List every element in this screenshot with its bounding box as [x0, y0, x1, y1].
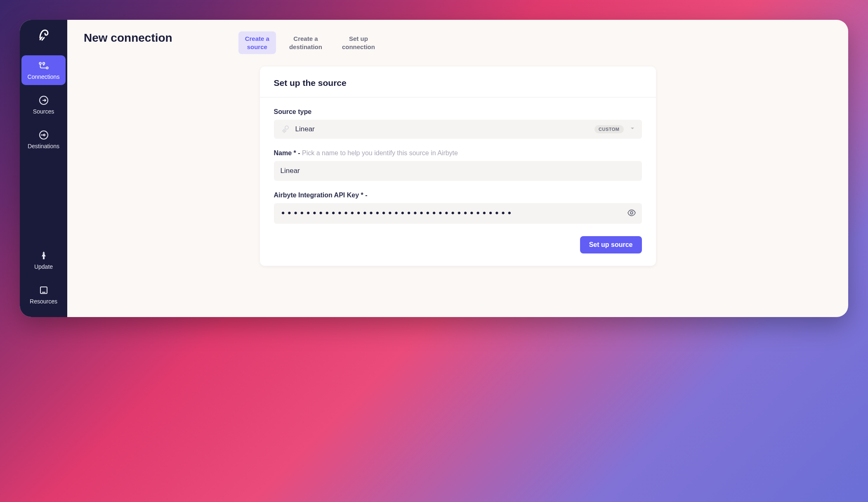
svg-point-0 [39, 62, 41, 64]
source-type-label: Source type [274, 108, 642, 116]
custom-badge: CUSTOM [594, 125, 623, 133]
setup-card: Set up the source Source type Linear CUS… [260, 66, 656, 266]
linear-icon [281, 125, 290, 134]
api-key-input[interactable]: ••••••••••••••••••••••••••••••••••••• [274, 203, 642, 224]
sidebar-label: Destinations [28, 143, 59, 149]
steps: Create a source Create a destination Set… [238, 31, 382, 54]
step-setup-connection[interactable]: Set up connection [335, 31, 382, 54]
sidebar-item-update[interactable]: Update [21, 245, 66, 275]
sidebar-item-sources[interactable]: Sources [21, 90, 66, 120]
sidebar-item-resources[interactable]: Resources [21, 280, 66, 310]
name-label: Name * - Pick a name to help you identif… [274, 149, 642, 157]
source-type-select[interactable]: Linear CUSTOM [274, 120, 642, 139]
sidebar: Connections Sources [20, 20, 67, 317]
sidebar-label: Resources [30, 298, 57, 305]
sidebar-item-destinations[interactable]: Destinations [21, 125, 66, 154]
main-content: New connection Create a source Create a … [67, 20, 848, 317]
hint-separator: - [296, 149, 302, 156]
sidebar-item-connections[interactable]: Connections [21, 55, 66, 85]
name-input[interactable] [274, 161, 642, 181]
nav-top: Connections Sources [20, 55, 67, 154]
resources-icon [38, 285, 49, 296]
setup-source-button[interactable]: Set up source [580, 236, 642, 253]
step-line1: Create a [245, 35, 269, 43]
destinations-icon [38, 130, 49, 140]
eye-icon [627, 208, 636, 219]
page-title: New connection [84, 31, 172, 45]
sidebar-label: Connections [28, 73, 60, 80]
svg-point-7 [285, 126, 288, 129]
card-title: Set up the source [274, 78, 642, 88]
step-line2: connection [342, 43, 375, 51]
source-type-value: Linear [295, 125, 589, 133]
api-key-label: Airbyte Integration API Key * - [274, 192, 642, 199]
name-label-text: Name * [274, 149, 296, 156]
api-key-field: Airbyte Integration API Key * - ••••••••… [274, 192, 642, 224]
svg-point-8 [630, 212, 633, 214]
chevron-down-icon [630, 126, 635, 133]
hint-separator: - [363, 192, 368, 199]
nav-bottom: Update Resources [20, 245, 67, 310]
name-field: Name * - Pick a name to help you identif… [274, 149, 642, 181]
step-line2: source [245, 43, 269, 51]
sources-icon [38, 95, 49, 106]
api-key-input-wrap: ••••••••••••••••••••••••••••••••••••• [274, 203, 642, 224]
header: New connection Create a source Create a … [84, 31, 832, 54]
sidebar-label: Update [34, 263, 53, 270]
step-line1: Create a [289, 35, 322, 43]
sidebar-label: Sources [33, 108, 54, 115]
step-create-source[interactable]: Create a source [238, 31, 276, 54]
update-icon [38, 250, 49, 261]
name-hint: Pick a name to help you identify this so… [302, 149, 458, 156]
logo-icon [36, 27, 51, 44]
step-line1: Set up [342, 35, 375, 43]
svg-point-2 [46, 67, 48, 69]
source-type-field: Source type Linear CUSTOM [274, 108, 642, 139]
card-actions: Set up source [274, 236, 642, 253]
reveal-password-button[interactable] [627, 208, 636, 219]
svg-point-1 [42, 62, 45, 64]
app-window: Connections Sources [20, 20, 848, 317]
card-header: Set up the source [260, 66, 656, 97]
connections-icon [38, 60, 49, 71]
card-body: Source type Linear CUSTOM [260, 97, 656, 266]
step-line2: destination [289, 43, 322, 51]
step-create-destination[interactable]: Create a destination [283, 31, 329, 54]
api-key-label-text: Airbyte Integration API Key * [274, 192, 363, 199]
